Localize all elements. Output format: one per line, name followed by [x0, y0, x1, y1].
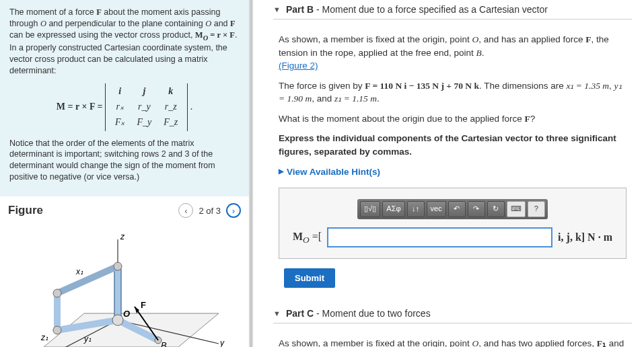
theory-para-2: Notice that the order of the elements of… [9, 138, 240, 184]
caret-right-icon: ▶ [279, 167, 284, 177]
t: can be expressed using the vector cross … [9, 30, 195, 40]
diagram-svg: z y x O [17, 226, 232, 347]
figure-diagram: z y x O [17, 226, 232, 347]
t: The moment of a force [9, 7, 96, 17]
answer-box: ▯√▯ ΑΣφ ↓↑ vec ↶ ↷ ↻ ⌨ ? MO =[ i, j, k] … [279, 188, 627, 259]
theory-box: The moment of a force F about the moment… [0, 0, 249, 196]
right-column: ▼ Part B - Moment due to a force specifi… [253, 0, 644, 347]
pb-p2: The force is given by F = 110 N i − 135 … [279, 79, 627, 106]
svg-point-11 [53, 289, 61, 297]
svg-line-6 [57, 266, 118, 293]
figure-header: Figure ‹ 2 of 3 › [8, 203, 241, 218]
tb-undo[interactable]: ↶ [448, 201, 466, 217]
tb-help[interactable]: ? [528, 201, 545, 217]
view-hints-button[interactable]: ▶ View Available Hint(s) [279, 165, 627, 179]
pb-q: What is the moment about the origin due … [279, 112, 627, 126]
sym-O: O [40, 19, 46, 28]
theory-para-1: The moment of a force F about the moment… [9, 7, 240, 77]
answer-input[interactable] [327, 227, 552, 247]
pb-instr: Express the individual components of the… [279, 132, 627, 158]
pager-text: 2 of 3 [199, 206, 221, 216]
tb-redo[interactable]: ↷ [468, 201, 485, 217]
lbl-B: B [161, 340, 167, 347]
equation-toolbar: ▯√▯ ΑΣφ ↓↑ vec ↶ ↷ ↻ ⌨ ? [357, 199, 547, 219]
lbl-O: O [123, 309, 130, 319]
tb-subsup[interactable]: ↓↑ [407, 201, 425, 217]
hints-label: View Available Hint(s) [287, 165, 380, 179]
collapse-icon: ▼ [273, 5, 281, 13]
part-b-title: Part B - Moment due to a force specified… [286, 4, 548, 15]
part-c-body: As shown, a member is fixed at the origi… [273, 323, 632, 347]
lbl-x1: x₁ [75, 267, 83, 276]
figure-2-link[interactable]: (Figure 2) [279, 61, 318, 71]
determinant: ijk rₓr_yr_z FₓF_yF_z [105, 83, 188, 131]
left-column: The moment of a force F about the moment… [0, 0, 249, 347]
figure-pager: ‹ 2 of 3 › [178, 203, 241, 218]
sym-F: F [96, 7, 102, 17]
sym-F2: F [230, 19, 236, 28]
t: and [211, 19, 230, 28]
answer-unit: i, j, k] N · m [558, 229, 612, 245]
tb-reset[interactable]: ↻ [487, 201, 505, 217]
part-b-body: As shown, a member is fixed at the origi… [273, 20, 632, 297]
svg-point-10 [114, 262, 122, 270]
tb-vec[interactable]: vec [427, 201, 446, 217]
tb-keyboard[interactable]: ⌨ [507, 201, 526, 217]
collapse-icon: ▼ [273, 309, 281, 317]
lbl-F: F [141, 300, 146, 310]
matrix-equation: M = r × F = ijk rₓr_yr_z FₓF_yF_z . [9, 83, 240, 131]
figure-title: Figure [8, 204, 43, 217]
next-figure-button[interactable]: › [226, 203, 241, 218]
tb-template[interactable]: ▯√▯ [360, 201, 380, 217]
t: and perpendicular to the plane containin… [46, 19, 205, 28]
sym-Mo: MO = r × F [195, 30, 235, 40]
submit-button[interactable]: Submit [284, 268, 335, 288]
svg-point-13 [112, 315, 123, 325]
part-b-header[interactable]: ▼ Part B - Moment due to a force specifi… [273, 0, 632, 20]
answer-row: MO =[ i, j, k] N · m [293, 227, 612, 247]
eq-dot: . [190, 101, 193, 111]
figure-section: Figure ‹ 2 of 3 › z y x [0, 196, 249, 347]
force-eq: F = 110 N i − 135 N j + 70 N k [365, 81, 479, 91]
part-c-header[interactable]: ▼ Part C - Moment due to two forces [273, 304, 632, 323]
sym-O2: O [205, 19, 211, 28]
part-c-title: Part C - Moment due to two forces [286, 308, 431, 319]
lbl-y: y [219, 338, 225, 347]
pc-p1: As shown, a member is fixed at the origi… [279, 337, 627, 347]
pb-p1: As shown, a member is fixed at the origi… [279, 33, 627, 73]
answer-label: MO =[ [293, 229, 322, 247]
prev-figure-button[interactable]: ‹ [178, 203, 193, 218]
svg-point-12 [53, 326, 61, 334]
lbl-y1: y₁ [83, 334, 92, 344]
tb-greek[interactable]: ΑΣφ [382, 201, 404, 217]
eq-lhs: M = r × F = [57, 101, 103, 114]
lbl-z: z [120, 232, 125, 241]
svg-rect-4 [114, 266, 121, 320]
lbl-z1: z₁ [40, 333, 48, 342]
